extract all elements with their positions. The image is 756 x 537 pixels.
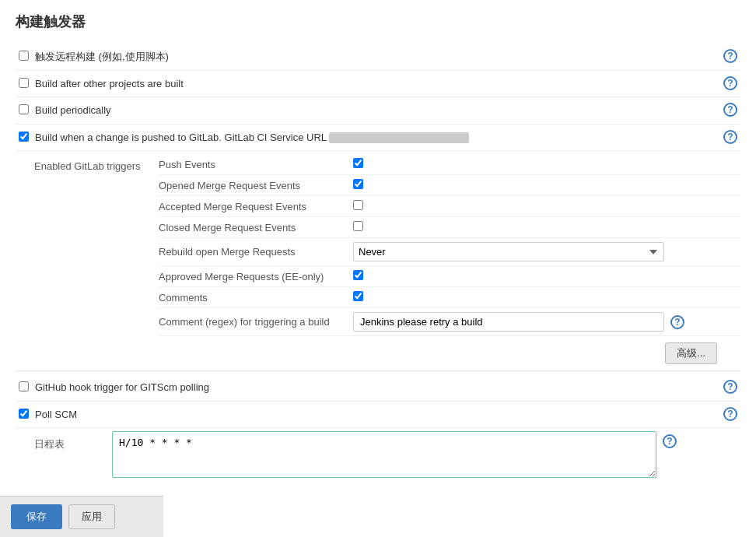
- remote-build-checkbox[interactable]: [19, 51, 29, 61]
- trigger-item-poll-scm: Poll SCM ?: [16, 402, 740, 429]
- comment-regex-row: Comment (regex) for triggering a build ?: [159, 308, 740, 336]
- comment-regex-help-icon[interactable]: ?: [670, 315, 684, 329]
- build-after-help[interactable]: ?: [723, 76, 737, 90]
- page-container: 构建触发器 触发远程构建 (例如,使用脚本) ? Build after oth…: [0, 0, 756, 537]
- schedule-help[interactable]: ?: [663, 431, 677, 448]
- advanced-btn-row: 高级...: [159, 336, 717, 367]
- opened-mr-control: [353, 179, 740, 191]
- remote-build-label: 触发远程构建 (例如,使用脚本): [35, 49, 723, 65]
- schedule-help-icon[interactable]: ?: [663, 434, 677, 448]
- gitlab-push-checkbox[interactable]: [19, 132, 29, 142]
- push-events-checkbox[interactable]: [353, 158, 363, 168]
- opened-mr-label: Opened Merge Request Events: [159, 180, 353, 191]
- closed-mr-checkbox[interactable]: [353, 221, 363, 231]
- enabled-gitlab-triggers-label: Enabled GitLab triggers: [34, 154, 159, 367]
- opened-mr-checkbox[interactable]: [353, 179, 363, 189]
- divider: [16, 370, 740, 371]
- schedule-label: 日程表: [34, 431, 112, 451]
- closed-mr-row: Closed Merge Request Events: [159, 217, 740, 238]
- comments-label: Comments: [159, 292, 353, 304]
- github-hook-checkbox[interactable]: [19, 381, 29, 391]
- trigger-item-remote-build: 触发远程构建 (例如,使用脚本) ?: [16, 44, 740, 71]
- apply-button[interactable]: 应用: [68, 504, 115, 529]
- rebuild-open-mr-row: Rebuild open Merge Requests Never On pus…: [159, 238, 740, 266]
- github-hook-help[interactable]: ?: [723, 380, 737, 394]
- page-title: 构建触发器: [16, 12, 740, 31]
- poll-scm-help[interactable]: ?: [723, 407, 737, 421]
- comments-row: Comments: [159, 287, 740, 308]
- gitlab-triggers-col: Push Events Opened Merge Request Events …: [159, 154, 740, 367]
- accepted-mr-checkbox[interactable]: [353, 200, 363, 210]
- trigger-item-build-after: Build after other projects are built ?: [16, 71, 740, 98]
- comment-regex-control: ?: [353, 312, 740, 332]
- save-button[interactable]: 保存: [11, 504, 62, 529]
- comment-regex-input[interactable]: [353, 312, 664, 332]
- help-icon[interactable]: ?: [723, 49, 737, 63]
- accepted-mr-label: Accepted Merge Request Events: [159, 201, 353, 212]
- approved-mr-row: Approved Merge Requests (EE-only): [159, 266, 740, 287]
- poll-scm-label: Poll SCM: [35, 407, 723, 423]
- closed-mr-control: [353, 221, 740, 233]
- poll-scm-checkbox[interactable]: [19, 409, 29, 419]
- gitlab-push-help[interactable]: ?: [723, 130, 737, 144]
- help-icon[interactable]: ?: [723, 130, 737, 144]
- build-periodically-checkbox[interactable]: [19, 104, 29, 114]
- accepted-mr-control: [353, 200, 740, 212]
- opened-mr-row: Opened Merge Request Events: [159, 175, 740, 196]
- push-events-row: Push Events: [159, 154, 740, 175]
- help-icon[interactable]: ?: [723, 103, 737, 117]
- closed-mr-label: Closed Merge Request Events: [159, 222, 353, 233]
- accepted-mr-row: Accepted Merge Request Events: [159, 196, 740, 217]
- trigger-item-gitlab-push: Build when a change is pushed to GitLab.…: [16, 125, 740, 152]
- bottom-bar: 保存 应用: [0, 496, 163, 537]
- build-periodically-label: Build periodically: [35, 103, 723, 118]
- help-icon[interactable]: ?: [723, 76, 737, 90]
- trigger-item-build-periodically: Build periodically ?: [16, 97, 740, 125]
- rebuild-open-mr-control: Never On push to source branch On push t…: [353, 242, 740, 261]
- build-after-checkbox[interactable]: [19, 78, 29, 88]
- rebuild-open-mr-select[interactable]: Never On push to source branch On push t…: [353, 242, 664, 261]
- approved-mr-checkbox[interactable]: [353, 270, 363, 280]
- help-icon[interactable]: ?: [723, 380, 737, 394]
- rebuild-open-mr-label: Rebuild open Merge Requests: [159, 246, 353, 258]
- schedule-textarea[interactable]: H/10 * * * *: [112, 431, 656, 478]
- poll-schedule-area: 日程表 H/10 * * * * ?: [34, 431, 740, 478]
- push-events-control: [353, 158, 740, 170]
- help-icon[interactable]: ?: [723, 407, 737, 421]
- comment-regex-label: Comment (regex) for triggering a build: [159, 316, 353, 328]
- build-periodically-help[interactable]: ?: [723, 103, 737, 117]
- build-after-label: Build after other projects are built: [35, 76, 723, 92]
- remote-build-help[interactable]: ?: [723, 49, 737, 63]
- github-hook-label: GitHub hook trigger for GITScm polling: [35, 380, 723, 395]
- push-events-label: Push Events: [159, 159, 353, 170]
- comments-control: [353, 291, 740, 304]
- advanced-button[interactable]: 高级...: [665, 342, 717, 364]
- gitlab-url-blur: yblog: [329, 132, 469, 143]
- approved-mr-label: Approved Merge Requests (EE-only): [159, 271, 353, 283]
- trigger-item-github-hook: GitHub hook trigger for GITScm polling ?: [16, 374, 740, 402]
- gitlab-push-label: Build when a change is pushed to GitLab.…: [35, 130, 723, 146]
- comments-checkbox[interactable]: [353, 291, 363, 301]
- gitlab-triggers-section: Enabled GitLab triggers Push Events Open…: [34, 154, 740, 367]
- approved-mr-control: [353, 270, 740, 283]
